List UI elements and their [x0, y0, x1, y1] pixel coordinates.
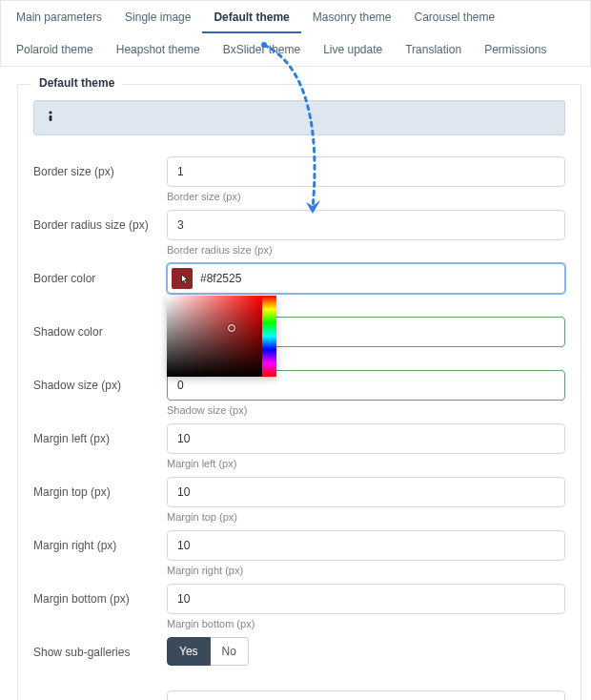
- tab-main-parameters[interactable]: Main parameters: [5, 1, 113, 33]
- border-size-hint: Border size (px): [167, 191, 565, 202]
- border-color-text[interactable]: [196, 265, 564, 292]
- tab-translation[interactable]: Translation: [394, 33, 473, 66]
- border-color-input[interactable]: [167, 263, 565, 294]
- sort-by-select[interactable]: Custom: [167, 690, 565, 700]
- margin-bottom-hint: Margin bottom (px): [167, 618, 565, 629]
- default-theme-panel: Default theme Border size (px) Border si…: [17, 84, 581, 700]
- border-radius-label: Border radius size (px): [33, 210, 167, 232]
- margin-bottom-label: Margin bottom (px): [33, 584, 167, 606]
- color-picker-popup: [167, 296, 276, 377]
- margin-top-input[interactable]: [167, 477, 565, 507]
- tab-heapshot-theme[interactable]: Heapshot theme: [105, 33, 212, 66]
- border-color-swatch[interactable]: [172, 268, 193, 289]
- svg-point-1: [49, 111, 51, 113]
- cursor-pointer-icon: [179, 274, 191, 287]
- margin-right-hint: Margin right (px): [167, 565, 565, 576]
- svg-rect-2: [50, 115, 52, 121]
- margin-bottom-input[interactable]: [167, 584, 565, 614]
- margin-left-label: Margin left (px): [33, 423, 167, 445]
- tab-permissions[interactable]: Permissions: [473, 33, 558, 66]
- border-size-input[interactable]: [167, 156, 565, 187]
- show-subgalleries-label: Show sub-galleries: [33, 637, 167, 659]
- tab-carousel-theme[interactable]: Carousel theme: [402, 1, 506, 33]
- info-banner: [33, 100, 565, 135]
- margin-right-label: Margin right (px): [33, 530, 167, 552]
- panel-title: Default theme: [31, 76, 122, 90]
- margin-right-input[interactable]: [167, 530, 565, 561]
- margin-left-hint: Margin left (px): [167, 458, 565, 469]
- color-picker-sv-pane[interactable]: [167, 296, 262, 377]
- toggle-no-button[interactable]: No: [211, 637, 249, 666]
- sort-by-label: Sort by: [33, 690, 167, 700]
- toggle-yes-button[interactable]: Yes: [167, 637, 211, 666]
- margin-top-label: Margin top (px): [33, 477, 167, 499]
- info-icon: [46, 112, 55, 125]
- tab-default-theme[interactable]: Default theme: [202, 1, 300, 33]
- tabs-bar: Main parameters Single image Default the…: [0, 0, 591, 67]
- margin-top-hint: Margin top (px): [167, 511, 565, 523]
- color-picker-sv-indicator[interactable]: [228, 324, 235, 332]
- shadow-size-hint: Shadow size (px): [167, 404, 565, 416]
- border-radius-hint: Border radius size (px): [167, 244, 565, 256]
- border-color-label: Border color: [33, 263, 167, 285]
- border-size-label: Border size (px): [33, 156, 167, 178]
- tab-masonry-theme[interactable]: Masonry theme: [301, 1, 403, 33]
- tab-single-image[interactable]: Single image: [113, 1, 202, 33]
- tab-live-update[interactable]: Live update: [312, 33, 394, 66]
- shadow-color-label: Shadow color: [33, 317, 167, 339]
- shadow-size-label: Shadow size (px): [33, 370, 167, 392]
- tab-bxslider-theme[interactable]: BxSlider theme: [212, 33, 312, 66]
- tab-polaroid-theme[interactable]: Polaroid theme: [5, 33, 105, 66]
- border-radius-input[interactable]: [167, 210, 565, 240]
- color-picker-hue-slider[interactable]: [262, 296, 276, 377]
- show-subgalleries-toggle: Yes No: [167, 637, 249, 666]
- margin-left-input[interactable]: [167, 423, 565, 454]
